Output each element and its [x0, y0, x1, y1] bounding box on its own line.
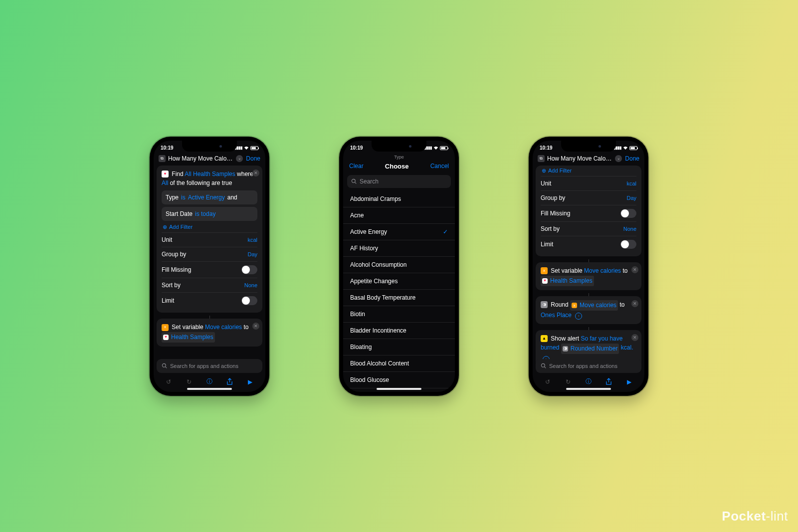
- list-item[interactable]: Bloating: [343, 339, 455, 355]
- svg-line-5: [545, 367, 546, 368]
- fillmissing-label: Fill Missing: [541, 210, 570, 217]
- home-indicator[interactable]: [566, 388, 611, 390]
- rule-rest: of the following are true: [170, 179, 232, 186]
- screen: 10:19 ▮▮▮▮ ⧉ How Many Move Calories... ⌄…: [154, 141, 265, 392]
- home-indicator[interactable]: [187, 388, 232, 390]
- filter-key: Start Date: [166, 210, 193, 217]
- filter-row-startdate[interactable]: Start Date is today: [162, 207, 257, 221]
- rounded-number-token[interactable]: ◑ Rounded Number: [561, 344, 619, 354]
- sortby-value[interactable]: None: [623, 226, 636, 232]
- svg-point-0: [162, 363, 166, 367]
- filter-row-type[interactable]: Type is Active Energy and: [162, 190, 257, 204]
- round-input-token[interactable]: x Move calories: [570, 300, 618, 311]
- action-label: Round: [551, 301, 568, 308]
- search-placeholder: Search for apps and actions: [170, 363, 238, 369]
- undo-icon[interactable]: ↺: [164, 377, 173, 386]
- screen: 10:19 ▮▮▮▮ Type Clear Choose Cancel Sear…: [343, 141, 455, 392]
- where-word: where: [237, 171, 253, 177]
- connector: [536, 293, 641, 296]
- sortby-value[interactable]: None: [244, 282, 257, 288]
- play-icon[interactable]: ▶: [246, 377, 255, 386]
- variable-name[interactable]: Move calories: [205, 324, 242, 331]
- actions-search[interactable]: Search for apps and actions: [536, 359, 641, 373]
- picker-search[interactable]: Search: [347, 175, 451, 188]
- list-item[interactable]: Bladder Incontinence: [343, 323, 455, 339]
- redo-icon[interactable]: ↻: [564, 377, 573, 386]
- unit-value[interactable]: kcal: [247, 237, 257, 243]
- alert-text-2[interactable]: kcal.: [621, 344, 633, 351]
- close-icon[interactable]: ✕: [631, 334, 638, 341]
- svg-line-3: [355, 182, 357, 184]
- variable-value-token[interactable]: ♥ Health Samples: [541, 276, 594, 286]
- share-icon[interactable]: [604, 377, 613, 386]
- round-place[interactable]: Ones Place: [541, 312, 572, 319]
- list-item[interactable]: Alcohol Consumption: [343, 257, 455, 273]
- done-button[interactable]: Done: [625, 155, 639, 162]
- screen: 10:19 ▮▮▮▮ ⧉ How Many Move Calories... ⌄…: [533, 141, 644, 392]
- nav-title: How Many Move Calories...: [168, 155, 233, 162]
- variable-name[interactable]: Move calories: [584, 267, 621, 274]
- list-item[interactable]: Basal Body Temperature: [343, 290, 455, 306]
- nav-bar: ⧉ How Many Move Calories... ⌄ Done: [154, 153, 265, 165]
- alert-icon: ▲: [541, 335, 548, 342]
- action-set-variable[interactable]: ✕ x Set variable Move calories to ♥ Heal…: [157, 319, 262, 347]
- info-icon[interactable]: ⓘ: [584, 377, 593, 386]
- limit-toggle[interactable]: [241, 296, 257, 305]
- filter-op[interactable]: is today: [195, 210, 215, 217]
- title-more-button[interactable]: ⌄: [615, 155, 622, 162]
- phone-3: 10:19 ▮▮▮▮ ⧉ How Many Move Calories... ⌄…: [529, 137, 648, 396]
- list-item[interactable]: Blood Glucose: [343, 372, 455, 388]
- done-button[interactable]: Done: [246, 155, 260, 162]
- list-item[interactable]: Active Energy✓: [343, 224, 455, 240]
- close-icon[interactable]: ✕: [631, 266, 638, 273]
- action-set-variable[interactable]: ✕ x Set variable Move calories to ♥ Heal…: [536, 262, 641, 290]
- variable-value-token[interactable]: ♥ Health Samples: [162, 332, 215, 343]
- actions-search[interactable]: Search for apps and actions: [157, 359, 262, 373]
- action-find-tail[interactable]: ⊕ Add Filter Unit kcal Group by Day Fill…: [536, 166, 641, 256]
- filter-value[interactable]: Active Energy: [188, 194, 225, 201]
- connector: [536, 327, 641, 330]
- checkmark-icon: ✓: [443, 228, 448, 235]
- share-icon[interactable]: [225, 377, 234, 386]
- close-icon[interactable]: ✕: [252, 170, 259, 177]
- close-icon[interactable]: ✕: [252, 323, 259, 330]
- picker-title: Choose: [385, 163, 409, 170]
- expand-icon[interactable]: ›: [575, 313, 582, 320]
- content: ⊕ Add Filter Unit kcal Group by Day Fill…: [533, 166, 644, 392]
- filter-op[interactable]: is: [181, 194, 186, 201]
- add-filter-button[interactable]: ⊕ Add Filter: [162, 221, 257, 230]
- title-more-button[interactable]: ⌄: [236, 155, 243, 162]
- list-item[interactable]: AF History: [343, 240, 455, 257]
- cancel-button[interactable]: Cancel: [430, 163, 449, 170]
- find-param[interactable]: All Health Samples: [185, 171, 235, 177]
- info-icon[interactable]: ⓘ: [205, 377, 214, 386]
- action-find-health-samples[interactable]: ✕ ♥ Find All Health Samples where All of…: [157, 166, 262, 313]
- play-icon[interactable]: ▶: [625, 377, 634, 386]
- fillmissing-toggle[interactable]: [620, 209, 636, 218]
- list-item[interactable]: Appetite Changes: [343, 273, 455, 290]
- nav-title: How Many Move Calories...: [547, 155, 612, 162]
- limit-toggle[interactable]: [620, 240, 636, 249]
- add-filter-button[interactable]: ⊕ Add Filter: [541, 168, 636, 174]
- groupby-value[interactable]: Day: [626, 195, 636, 201]
- list-item[interactable]: Blood Alcohol Content: [343, 355, 455, 372]
- clear-button[interactable]: Clear: [349, 163, 364, 170]
- list-item[interactable]: Acne: [343, 207, 455, 224]
- list-item[interactable]: Abdominal Cramps: [343, 191, 455, 207]
- all-token[interactable]: All: [162, 179, 168, 186]
- home-indicator[interactable]: [377, 388, 421, 390]
- clock: 10:19: [350, 145, 363, 151]
- fillmissing-toggle[interactable]: [241, 265, 257, 274]
- groupby-value[interactable]: Day: [247, 251, 257, 257]
- to-word: to: [622, 267, 627, 274]
- action-round[interactable]: ✕ ◑ Round x Move calories to Ones Place …: [536, 296, 641, 324]
- redo-icon[interactable]: ↻: [185, 377, 194, 386]
- plus-icon: ⊕: [542, 168, 546, 174]
- close-icon[interactable]: ✕: [631, 300, 638, 307]
- fillmissing-label: Fill Missing: [162, 266, 191, 273]
- unit-value[interactable]: kcal: [626, 180, 636, 186]
- svg-point-4: [541, 363, 545, 367]
- limit-label: Limit: [541, 241, 553, 248]
- undo-icon[interactable]: ↺: [543, 377, 552, 386]
- list-item[interactable]: Biotin: [343, 306, 455, 323]
